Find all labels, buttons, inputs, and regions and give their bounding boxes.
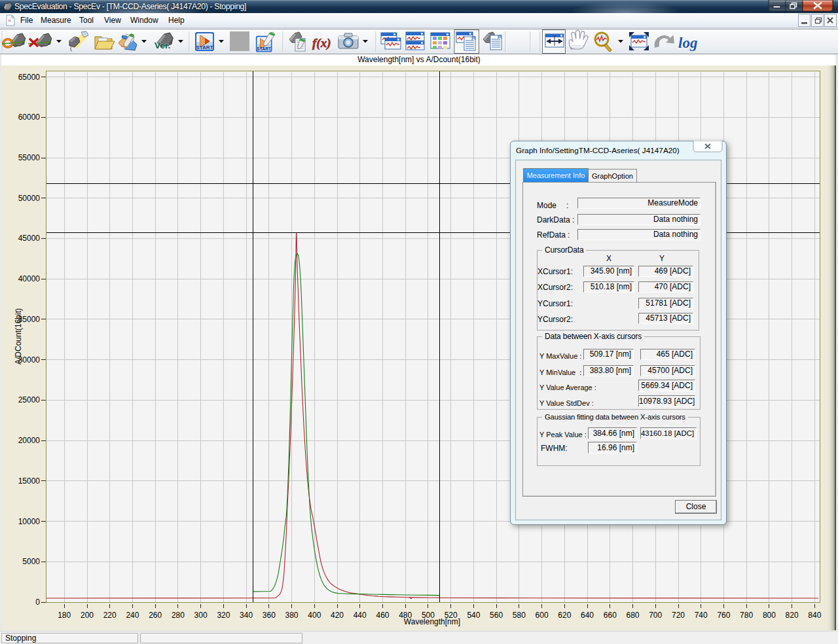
svg-text:START: START xyxy=(257,46,272,51)
svg-text:740: 740 xyxy=(695,611,708,620)
svg-text:580: 580 xyxy=(513,611,526,620)
svg-text:180: 180 xyxy=(58,611,71,620)
svg-text:25000: 25000 xyxy=(18,395,41,404)
svg-text:40000: 40000 xyxy=(18,274,41,283)
svg-text:15000: 15000 xyxy=(18,476,41,486)
svg-text:300: 300 xyxy=(194,611,208,620)
svg-text:760: 760 xyxy=(717,611,730,620)
svg-text:f(x): f(x) xyxy=(312,36,331,50)
svg-text:360: 360 xyxy=(263,611,276,620)
svg-text:380: 380 xyxy=(285,611,298,620)
svg-text:280: 280 xyxy=(172,611,185,620)
svg-text:60000: 60000 xyxy=(18,113,41,122)
svg-text:600: 600 xyxy=(536,611,549,620)
svg-text:420: 420 xyxy=(331,611,344,620)
svg-text:560: 560 xyxy=(490,611,503,620)
svg-text:5000: 5000 xyxy=(22,557,40,566)
svg-text:Ver.: Ver. xyxy=(155,41,170,50)
svg-text:400: 400 xyxy=(308,611,321,620)
svg-text:700: 700 xyxy=(649,611,662,620)
svg-text:680: 680 xyxy=(626,611,639,620)
svg-text:260: 260 xyxy=(149,611,162,620)
svg-text:840: 840 xyxy=(808,611,821,620)
svg-text:720: 720 xyxy=(672,611,685,620)
svg-text:65000: 65000 xyxy=(18,73,41,82)
svg-text:660: 660 xyxy=(604,611,617,620)
svg-text:20000: 20000 xyxy=(18,436,41,445)
svg-text:Wavelength[nm] vs A/Dcount(16b: Wavelength[nm] vs A/Dcount(16bit) xyxy=(357,55,481,64)
svg-text:440: 440 xyxy=(354,611,367,620)
svg-text:340: 340 xyxy=(240,611,253,620)
svg-text:45000: 45000 xyxy=(18,234,41,243)
svg-text:540: 540 xyxy=(467,611,480,620)
svg-text:10000: 10000 xyxy=(18,517,41,526)
svg-text:220: 220 xyxy=(103,611,117,620)
svg-text:200: 200 xyxy=(81,611,94,620)
svg-text:0: 0 xyxy=(35,598,40,607)
svg-text:800: 800 xyxy=(763,611,776,620)
svg-text:460: 460 xyxy=(376,611,389,620)
svg-text:START: START xyxy=(196,45,213,50)
svg-text:820: 820 xyxy=(786,611,799,620)
svg-text:log: log xyxy=(678,35,697,51)
svg-text:320: 320 xyxy=(217,611,230,620)
svg-text:640: 640 xyxy=(581,611,594,620)
svg-text:Wavelength[nm]: Wavelength[nm] xyxy=(404,617,460,626)
svg-text:A/DCount(16bit): A/DCount(16bit) xyxy=(14,308,23,365)
svg-text:50000: 50000 xyxy=(18,194,41,203)
svg-text:620: 620 xyxy=(558,611,571,620)
svg-text:780: 780 xyxy=(740,611,753,620)
svg-text:240: 240 xyxy=(126,611,139,620)
svg-text:55000: 55000 xyxy=(18,153,41,162)
